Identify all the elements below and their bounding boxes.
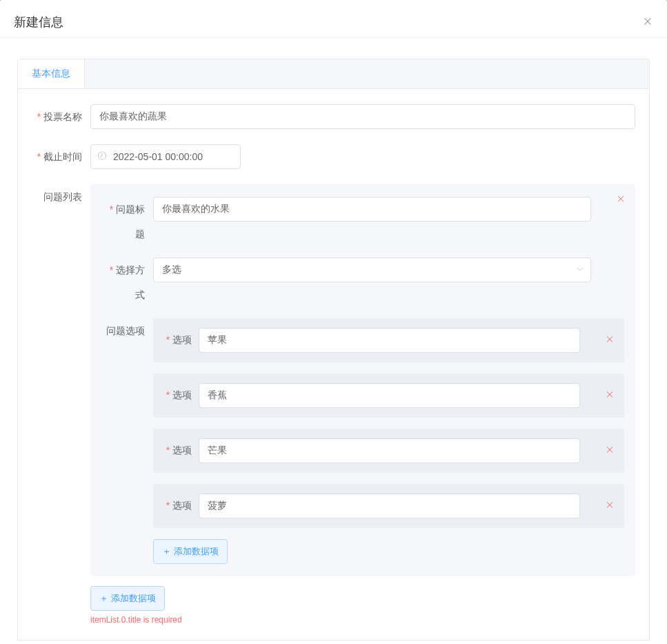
select-mode-label: 选择方式 <box>101 257 153 307</box>
form-item-question-options: 问题选项 选项 选项 <box>101 318 624 564</box>
option-input[interactable] <box>199 438 580 463</box>
question-options-label: 问题选项 <box>101 318 153 343</box>
add-question-label: 添加数据项 <box>111 592 156 605</box>
question-card: 问题标题 选择方式 <box>90 184 635 576</box>
dialog-title: 新建信息 <box>14 14 63 30</box>
close-icon[interactable] <box>642 16 653 29</box>
option-label: 选项 <box>164 445 199 457</box>
remove-question-icon[interactable] <box>616 194 626 206</box>
add-question-button[interactable]: ＋ 添加数据项 <box>90 586 165 611</box>
option-card: 选项 <box>153 373 624 418</box>
vote-name-label: 投票名称 <box>32 104 90 129</box>
option-input[interactable] <box>199 383 580 408</box>
add-option-label: 添加数据项 <box>174 545 219 558</box>
tabs: 基本信息 <box>17 59 650 89</box>
option-input[interactable] <box>199 494 580 518</box>
vote-name-input[interactable] <box>90 104 635 129</box>
question-list-label: 问题列表 <box>32 184 90 209</box>
remove-option-icon[interactable] <box>605 335 615 347</box>
plus-icon: ＋ <box>162 545 171 558</box>
clock-icon <box>97 151 107 163</box>
tab-basic-info[interactable]: 基本信息 <box>18 59 85 88</box>
dialog-body: 基本信息 投票名称 截止时间 <box>0 38 667 644</box>
form-item-question-title: 问题标题 <box>101 197 624 246</box>
option-card: 选项 <box>153 484 624 528</box>
option-label: 选项 <box>164 500 199 512</box>
form-item-deadline: 截止时间 <box>32 144 635 169</box>
option-input[interactable] <box>199 328 580 353</box>
deadline-label: 截止时间 <box>32 144 90 169</box>
chevron-down-icon <box>576 264 584 275</box>
question-title-label: 问题标题 <box>101 197 153 246</box>
remove-option-icon[interactable] <box>605 445 615 457</box>
dialog-header: 新建信息 <box>0 0 667 38</box>
error-message: itemList.0.title is required <box>90 615 635 625</box>
question-title-input[interactable] <box>153 197 591 222</box>
option-card: 选项 <box>153 318 624 362</box>
add-option-button[interactable]: ＋ 添加数据项 <box>153 539 228 564</box>
remove-option-icon[interactable] <box>605 390 615 402</box>
plus-icon: ＋ <box>99 592 108 605</box>
form-item-question-list: 问题列表 问题标题 选择方式 <box>32 184 635 625</box>
select-mode-input[interactable] <box>153 257 591 282</box>
form-item-vote-name: 投票名称 <box>32 104 635 129</box>
form-item-select-mode: 选择方式 <box>101 257 624 307</box>
select-mode-dropdown[interactable] <box>153 257 591 282</box>
option-label: 选项 <box>164 389 199 402</box>
deadline-input[interactable] <box>90 144 241 169</box>
dialog: 新建信息 基本信息 投票名称 截止时间 <box>0 0 667 644</box>
remove-option-icon[interactable] <box>605 500 615 512</box>
option-card: 选项 <box>153 429 624 473</box>
option-label: 选项 <box>164 334 199 347</box>
tab-content: 投票名称 截止时间 问题列表 <box>17 89 650 641</box>
